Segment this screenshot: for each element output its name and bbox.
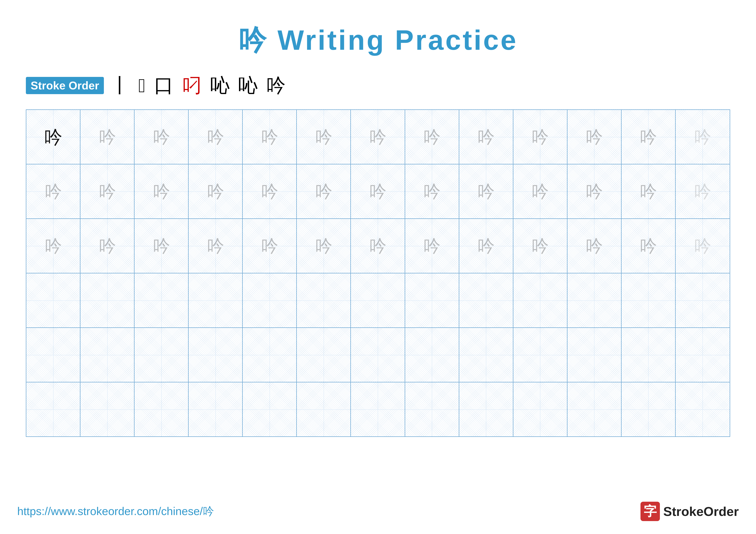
- grid-cell-0-0[interactable]: 吟: [26, 110, 80, 164]
- grid-cell-4-11[interactable]: [622, 328, 676, 382]
- grid-cell-4-6[interactable]: [351, 328, 405, 382]
- grid-cell-0-9[interactable]: 吟: [513, 110, 567, 164]
- grid-cell-4-0[interactable]: [26, 328, 80, 382]
- cell-char-2-3: 吟: [207, 237, 224, 255]
- grid-row-1[interactable]: 吟吟吟吟吟吟吟吟吟吟吟吟吟: [26, 165, 730, 219]
- grid-cell-4-3[interactable]: [189, 328, 243, 382]
- grid-cell-1-9[interactable]: 吟: [513, 165, 567, 218]
- grid-cell-1-10[interactable]: 吟: [567, 165, 622, 218]
- grid-cell-2-8[interactable]: 吟: [459, 219, 513, 273]
- grid-cell-3-6[interactable]: [351, 273, 405, 327]
- grid-cell-5-9[interactable]: [513, 382, 567, 436]
- grid-cell-1-5[interactable]: 吟: [297, 165, 351, 218]
- grid-cell-0-1[interactable]: 吟: [80, 110, 134, 164]
- diag2-5-1: [80, 382, 134, 436]
- grid-cell-2-1[interactable]: 吟: [80, 219, 134, 273]
- grid-cell-3-2[interactable]: [134, 273, 189, 327]
- practice-grid: 吟吟吟吟吟吟吟吟吟吟吟吟吟吟吟吟吟吟吟吟吟吟吟吟吟吟吟吟吟吟吟吟吟吟吟吟吟吟吟: [26, 110, 730, 437]
- grid-cell-1-2[interactable]: 吟: [134, 165, 189, 218]
- diag2-3-9: [513, 273, 567, 327]
- grid-cell-2-3[interactable]: 吟: [189, 219, 243, 273]
- grid-cell-4-1[interactable]: [80, 328, 134, 382]
- grid-cell-2-9[interactable]: 吟: [513, 219, 567, 273]
- diag2-4-11: [622, 328, 675, 382]
- grid-cell-2-2[interactable]: 吟: [134, 219, 189, 273]
- grid-cell-5-1[interactable]: [80, 382, 134, 436]
- grid-cell-1-4[interactable]: 吟: [243, 165, 297, 218]
- diag2-3-10: [567, 273, 621, 327]
- grid-cell-4-5[interactable]: [297, 328, 351, 382]
- grid-cell-3-5[interactable]: [297, 273, 351, 327]
- grid-cell-4-12[interactable]: [676, 328, 730, 382]
- grid-cell-3-7[interactable]: [405, 273, 459, 327]
- grid-cell-4-10[interactable]: [567, 328, 622, 382]
- grid-cell-0-2[interactable]: 吟: [134, 110, 189, 164]
- grid-cell-3-3[interactable]: [189, 273, 243, 327]
- grid-cell-5-2[interactable]: [134, 382, 189, 436]
- cell-char-0-0: 吟: [44, 128, 62, 146]
- grid-cell-5-6[interactable]: [351, 382, 405, 436]
- grid-cell-0-5[interactable]: 吟: [297, 110, 351, 164]
- grid-cell-5-3[interactable]: [189, 382, 243, 436]
- grid-cell-1-7[interactable]: 吟: [405, 165, 459, 218]
- grid-cell-1-12[interactable]: 吟: [676, 165, 730, 218]
- grid-cell-3-4[interactable]: [243, 273, 297, 327]
- grid-cell-0-8[interactable]: 吟: [459, 110, 513, 164]
- grid-cell-1-8[interactable]: 吟: [459, 165, 513, 218]
- grid-cell-2-10[interactable]: 吟: [567, 219, 622, 273]
- cell-char-0-5: 吟: [315, 128, 332, 146]
- diag2-5-7: [405, 382, 459, 436]
- grid-row-4[interactable]: [26, 328, 730, 382]
- grid-cell-0-3[interactable]: 吟: [189, 110, 243, 164]
- grid-cell-3-12[interactable]: [676, 273, 730, 327]
- grid-cell-0-7[interactable]: 吟: [405, 110, 459, 164]
- grid-cell-5-5[interactable]: [297, 382, 351, 436]
- grid-cell-3-11[interactable]: [622, 273, 676, 327]
- grid-cell-0-10[interactable]: 吟: [567, 110, 622, 164]
- grid-cell-3-10[interactable]: [567, 273, 622, 327]
- grid-cell-4-2[interactable]: [134, 328, 189, 382]
- grid-row-0[interactable]: 吟吟吟吟吟吟吟吟吟吟吟吟吟: [26, 110, 730, 165]
- grid-cell-5-7[interactable]: [405, 382, 459, 436]
- grid-cell-0-4[interactable]: 吟: [243, 110, 297, 164]
- grid-cell-5-4[interactable]: [243, 382, 297, 436]
- diag2-5-3: [189, 382, 242, 436]
- grid-cell-1-0[interactable]: 吟: [26, 165, 80, 218]
- grid-row-5[interactable]: [26, 382, 730, 436]
- grid-cell-1-11[interactable]: 吟: [622, 165, 676, 218]
- grid-cell-3-0[interactable]: [26, 273, 80, 327]
- grid-cell-3-8[interactable]: [459, 273, 513, 327]
- grid-cell-2-12[interactable]: 吟: [676, 219, 730, 273]
- grid-cell-2-11[interactable]: 吟: [622, 219, 676, 273]
- grid-cell-2-5[interactable]: 吟: [297, 219, 351, 273]
- grid-cell-2-6[interactable]: 吟: [351, 219, 405, 273]
- grid-cell-3-1[interactable]: [80, 273, 134, 327]
- grid-cell-1-1[interactable]: 吟: [80, 165, 134, 218]
- grid-cell-4-7[interactable]: [405, 328, 459, 382]
- footer-url[interactable]: https://www.strokeorder.com/chinese/吟: [17, 504, 214, 519]
- grid-cell-3-9[interactable]: [513, 273, 567, 327]
- grid-cell-5-12[interactable]: [676, 382, 730, 436]
- grid-cell-5-0[interactable]: [26, 382, 80, 436]
- grid-row-3[interactable]: [26, 273, 730, 328]
- grid-cell-5-10[interactable]: [567, 382, 622, 436]
- grid-cell-1-3[interactable]: 吟: [189, 165, 243, 218]
- grid-cell-5-11[interactable]: [622, 382, 676, 436]
- grid-cell-4-4[interactable]: [243, 328, 297, 382]
- grid-row-2[interactable]: 吟吟吟吟吟吟吟吟吟吟吟吟吟: [26, 219, 730, 273]
- grid-cell-4-8[interactable]: [459, 328, 513, 382]
- diag2-5-12: [676, 382, 730, 436]
- grid-cell-0-12[interactable]: 吟: [676, 110, 730, 164]
- grid-cell-2-4[interactable]: 吟: [243, 219, 297, 273]
- diag2-3-5: [297, 273, 350, 327]
- grid-cell-5-8[interactable]: [459, 382, 513, 436]
- grid-cell-2-0[interactable]: 吟: [26, 219, 80, 273]
- grid-cell-1-6[interactable]: 吟: [351, 165, 405, 218]
- cell-char-0-12: 吟: [694, 128, 711, 146]
- grid-cell-0-11[interactable]: 吟: [622, 110, 676, 164]
- cell-char-2-8: 吟: [477, 237, 495, 255]
- grid-cell-2-7[interactable]: 吟: [405, 219, 459, 273]
- grid-cell-0-6[interactable]: 吟: [351, 110, 405, 164]
- grid-cell-4-9[interactable]: [513, 328, 567, 382]
- diag2-5-0: [26, 382, 80, 436]
